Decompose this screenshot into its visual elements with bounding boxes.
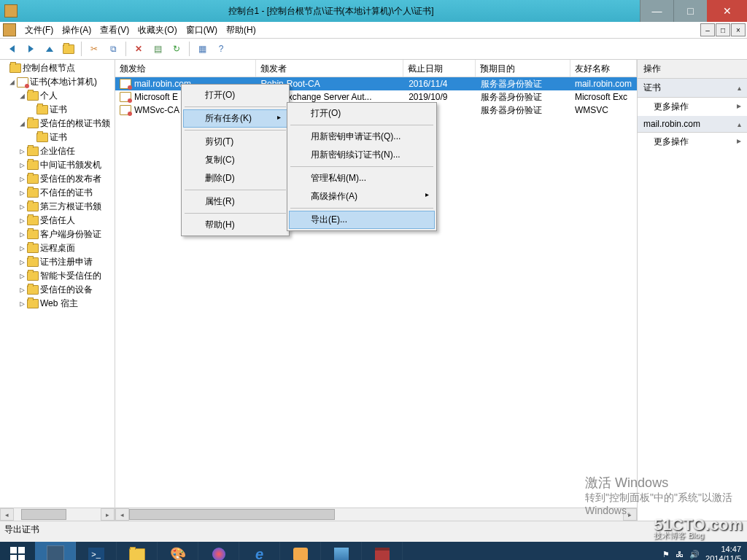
col-issued-by[interactable]: 颁发者: [256, 60, 403, 77]
refresh-button[interactable]: ↻: [168, 40, 185, 58]
tree-item[interactable]: ▷远程桌面: [0, 241, 115, 255]
tree-personal-certs[interactable]: 证书: [0, 103, 115, 117]
tray-sound-icon[interactable]: 🔊: [689, 550, 700, 559]
copy-icon: ⧉: [110, 44, 117, 54]
actions-more-1[interactable]: 更多操作 ▸: [638, 98, 747, 116]
col-purpose[interactable]: 预期目的: [476, 60, 570, 77]
back-button[interactable]: [3, 40, 20, 58]
ctx-delete[interactable]: 删除(D): [183, 169, 287, 187]
scroll-track[interactable]: [14, 509, 101, 520]
export-list-button[interactable]: ▦: [193, 40, 211, 58]
cert-store-icon: [17, 77, 28, 88]
copy-button[interactable]: ⧉: [104, 40, 122, 58]
actions-more-2[interactable]: 更多操作 ▸: [638, 133, 747, 151]
tree-personal[interactable]: ◢个人: [0, 89, 115, 103]
actions-section-certs[interactable]: 证书: [638, 79, 747, 98]
tree-item[interactable]: ▷受信任人: [0, 214, 115, 228]
context-menu-primary: 打开(O) 所有任务(K) 剪切(T) 复制(C) 删除(D) 属性(R) 帮助…: [181, 84, 290, 236]
scissors-icon: ✂: [90, 44, 98, 54]
cut-button[interactable]: ✂: [85, 40, 103, 58]
tree-hscrollbar[interactable]: ◂ ▸: [0, 508, 115, 521]
ctx-cut[interactable]: 剪切(T): [183, 133, 287, 151]
scroll-left-button[interactable]: ◂: [0, 508, 14, 521]
tree-item[interactable]: ▷企业信任: [0, 144, 115, 158]
actions-section-selection[interactable]: mail.robin.com: [638, 116, 747, 133]
properties-button[interactable]: ▤: [149, 40, 166, 58]
tree-trusted-root-certs[interactable]: 证书: [0, 131, 115, 144]
taskbar-app1[interactable]: [198, 542, 239, 560]
col-issued-to[interactable]: 颁发给: [115, 60, 256, 77]
tree-item[interactable]: ▷证书注册申请: [0, 255, 115, 269]
menu-favorites[interactable]: 收藏夹(O): [133, 23, 181, 38]
tree-root[interactable]: 控制台根节点: [0, 61, 115, 75]
taskbar-app4[interactable]: [362, 542, 403, 560]
folder-icon: [27, 299, 39, 308]
tree-item[interactable]: ▷客户端身份验证: [0, 228, 115, 241]
up-button[interactable]: [41, 40, 58, 58]
scroll-track[interactable]: [129, 509, 623, 520]
tree-item[interactable]: ▷Web 宿主: [0, 297, 115, 311]
sub-renew-new-key[interactable]: 用新密钥续订证书(N)...: [289, 146, 435, 164]
tree-item[interactable]: ▷受信任的发布者: [0, 172, 115, 186]
sub-request-new-key[interactable]: 用新密钥申请证书(Q)...: [289, 128, 435, 146]
tree-certs-local[interactable]: ◢证书(本地计算机): [0, 75, 115, 89]
help-icon: ?: [219, 44, 224, 54]
scroll-thumb[interactable]: [21, 509, 66, 520]
tray-network-icon[interactable]: 🖧: [676, 550, 684, 559]
taskbar-paint[interactable]: 🎨: [158, 542, 198, 560]
menu-separator: [185, 190, 286, 190]
scroll-right-button[interactable]: ▸: [101, 508, 115, 521]
ctx-properties[interactable]: 属性(R): [183, 192, 287, 211]
sub-advanced-operations[interactable]: 高级操作(A): [289, 187, 435, 206]
tree-trusted-root[interactable]: ◢受信任的根证书颁: [0, 117, 115, 131]
menu-view[interactable]: 查看(V): [96, 23, 133, 38]
col-expiry[interactable]: 截止日期: [403, 60, 476, 77]
close-button[interactable]: ✕: [707, 0, 747, 22]
folder-icon: [27, 91, 39, 101]
taskbar-powershell[interactable]: >_: [76, 542, 117, 560]
tree-item[interactable]: ▷中间证书颁发机: [0, 158, 115, 172]
delete-button[interactable]: ✕: [130, 40, 147, 58]
ctx-open[interactable]: 打开(O): [183, 86, 287, 104]
tray-clock[interactable]: 14:47 2014/11/5: [705, 545, 741, 560]
taskbar-explorer[interactable]: [117, 542, 158, 560]
menu-help[interactable]: 帮助(H): [222, 23, 260, 38]
arrow-up-icon: [46, 47, 53, 52]
tree-item[interactable]: ▷第三方根证书颁: [0, 200, 115, 214]
maximize-button[interactable]: □: [673, 0, 707, 22]
mdi-close[interactable]: ×: [731, 23, 746, 36]
tray-flag-icon[interactable]: ⚑: [662, 550, 670, 559]
tree-item[interactable]: ▷智能卡受信任的: [0, 269, 115, 283]
forward-button[interactable]: [22, 40, 39, 58]
minimize-button[interactable]: —: [640, 0, 673, 22]
main-content: 控制台根节点 ◢证书(本地计算机) ◢个人 证书 ◢受信任的根证书颁 证书 ▷企…: [0, 60, 747, 521]
help-button[interactable]: ?: [212, 40, 230, 58]
taskbar-app2[interactable]: [280, 542, 321, 560]
ctx-all-tasks[interactable]: 所有任务(K): [183, 109, 287, 128]
taskbar-server-manager[interactable]: [35, 542, 76, 560]
list-hscrollbar[interactable]: ◂ ▸: [115, 508, 637, 521]
tree-item[interactable]: ▷受信任的设备: [0, 283, 115, 297]
start-button[interactable]: [0, 542, 35, 560]
menu-action[interactable]: 操作(A): [58, 23, 96, 38]
sub-export[interactable]: 导出(E)...: [289, 211, 435, 229]
scroll-right-button[interactable]: ▸: [623, 508, 637, 521]
scroll-left-button[interactable]: ◂: [115, 508, 129, 521]
toolbar-separator: [189, 42, 190, 56]
tree-pane[interactable]: 控制台根节点 ◢证书(本地计算机) ◢个人 证书 ◢受信任的根证书颁 证书 ▷企…: [0, 60, 115, 521]
taskbar-app3[interactable]: [321, 542, 362, 560]
scroll-thumb[interactable]: [129, 509, 335, 520]
tree-item[interactable]: ▷不信任的证书: [0, 186, 115, 200]
ctx-help[interactable]: 帮助(H): [183, 216, 287, 234]
taskbar-ie[interactable]: e: [239, 542, 280, 560]
system-tray[interactable]: ⚑ 🖧 🔊 14:47 2014/11/5: [657, 542, 747, 560]
menu-window[interactable]: 窗口(W): [182, 23, 222, 38]
sub-manage-private-keys[interactable]: 管理私钥(M)...: [289, 169, 435, 187]
menu-file[interactable]: 文件(F): [20, 23, 58, 38]
mdi-minimize[interactable]: –: [700, 23, 715, 36]
col-friendly[interactable]: 友好名称: [570, 60, 637, 77]
mdi-restore[interactable]: □: [716, 23, 730, 36]
ctx-copy[interactable]: 复制(C): [183, 151, 287, 169]
sub-open[interactable]: 打开(O): [289, 104, 435, 122]
show-hide-tree-button[interactable]: [60, 40, 77, 58]
